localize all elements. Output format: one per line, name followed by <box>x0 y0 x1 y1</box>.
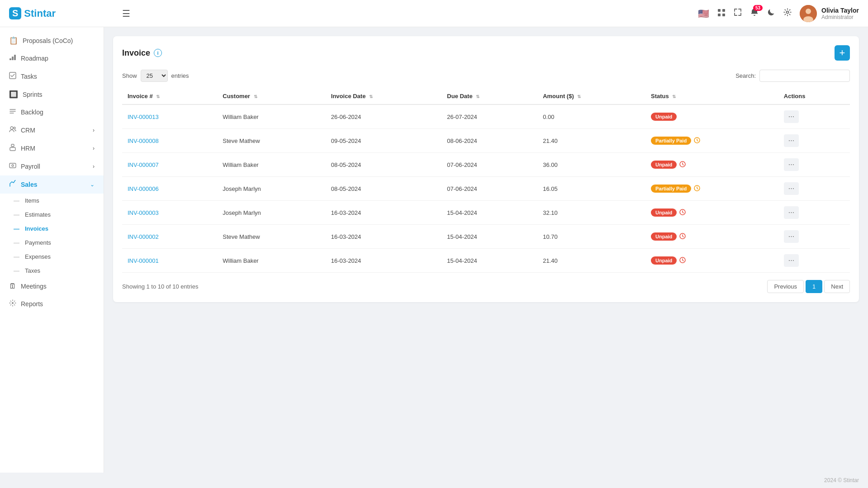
svg-point-12 <box>10 127 13 129</box>
expand-icon[interactable] <box>734 8 742 19</box>
dash: — <box>14 239 19 246</box>
invoice-link[interactable]: INV-000013 <box>128 114 159 120</box>
invoice-link[interactable]: INV-000002 <box>128 233 159 240</box>
bell-icon[interactable]: 53 <box>750 8 759 19</box>
sidebar-item-tasks[interactable]: Tasks <box>0 67 104 85</box>
actions-button[interactable]: ··· <box>784 158 799 171</box>
svg-rect-1 <box>722 9 725 12</box>
pagination-row: Showing 1 to 10 of 10 entries Previous 1… <box>122 280 850 293</box>
cell-due-date: 07-06-2024 <box>441 153 537 177</box>
info-icon[interactable]: i <box>154 49 162 57</box>
actions-button[interactable]: ··· <box>784 206 799 219</box>
grid-icon[interactable] <box>717 9 726 19</box>
invoice-link[interactable]: INV-000006 <box>128 185 159 192</box>
cell-invoice-num: INV-000007 <box>122 153 217 177</box>
footer: 2024 © Stintar <box>0 473 868 488</box>
previous-button[interactable]: Previous <box>767 280 804 293</box>
sub-label: Items <box>25 197 39 204</box>
tasks-icon <box>9 72 16 81</box>
sort-icon[interactable]: ⇅ <box>156 94 160 99</box>
sort-icon[interactable]: ⇅ <box>254 94 257 99</box>
actions-button[interactable]: ··· <box>784 182 799 195</box>
clock-icon <box>694 185 700 193</box>
user-role: Administrator <box>821 14 859 20</box>
cell-status: Partially Paid <box>645 129 778 153</box>
invoice-link[interactable]: INV-000003 <box>128 209 159 216</box>
sort-icon[interactable]: ⇅ <box>577 94 581 99</box>
invoice-link[interactable]: INV-000001 <box>128 257 159 264</box>
actions-button[interactable]: ··· <box>784 230 799 243</box>
search-label: Search: <box>735 72 756 79</box>
sales-submenu: — Items — Estimates — Invoices — Payment… <box>0 194 104 278</box>
user-avatar[interactable]: Olivia Taylor Administrator <box>800 5 859 22</box>
actions-button[interactable]: ··· <box>784 254 799 267</box>
flag-icon[interactable]: 🇺🇸 <box>698 8 709 19</box>
add-invoice-button[interactable]: + <box>835 45 850 61</box>
sidebar-sub-taxes[interactable]: — Taxes <box>14 264 104 278</box>
sidebar-item-crm[interactable]: CRM › <box>0 121 104 139</box>
sidebar-item-hrm[interactable]: HRM › <box>0 139 104 157</box>
hrm-chevron: › <box>93 145 95 152</box>
cell-due-date: 15-04-2024 <box>441 201 537 225</box>
sidebar-item-reports[interactable]: Reports <box>0 295 104 313</box>
sidebar-item-roadmap[interactable]: Roadmap <box>0 49 104 67</box>
page-1-button[interactable]: 1 <box>806 280 822 293</box>
cell-status: Unpaid <box>645 225 778 249</box>
svg-rect-16 <box>9 163 16 168</box>
sidebar-item-label: Meetings <box>21 283 47 290</box>
invoice-link[interactable]: INV-000008 <box>128 137 159 144</box>
moon-icon[interactable] <box>767 8 775 19</box>
search-input[interactable] <box>759 70 850 82</box>
sales-icon <box>9 180 16 189</box>
sidebar-sub-expenses[interactable]: — Expenses <box>14 250 104 264</box>
table-header: Invoice # ⇅ Customer ⇅ Invoice Date ⇅ <box>122 88 850 104</box>
sidebar-item-label: CRM <box>21 127 35 134</box>
invoice-link[interactable]: INV-000007 <box>128 161 159 168</box>
sort-icon[interactable]: ⇅ <box>672 94 676 99</box>
sidebar-item-sales[interactable]: Sales ⌄ <box>0 175 104 194</box>
sidebar-item-proposals[interactable]: 📋 Proposals (CoCo) <box>0 32 104 49</box>
sidebar-sub-estimates[interactable]: — Estimates <box>14 208 104 222</box>
cell-amount: 21.40 <box>537 129 645 153</box>
clock-icon <box>694 137 700 145</box>
sidebar-item-meetings[interactable]: 🗓 Meetings <box>0 278 104 295</box>
gear-icon[interactable] <box>783 8 792 19</box>
cell-invoice-date: 09-05-2024 <box>326 129 442 153</box>
pagination-buttons: Previous 1 Next <box>767 280 850 293</box>
status-badge: Unpaid <box>651 113 677 121</box>
entries-label: entries <box>171 72 189 79</box>
next-button[interactable]: Next <box>824 280 850 293</box>
sidebar-item-backlog[interactable]: Backlog <box>0 103 104 121</box>
cell-due-date: 26-07-2024 <box>441 104 537 129</box>
sidebar-item-label: Sprints <box>23 91 43 98</box>
sub-label: Estimates <box>25 211 51 218</box>
table-row: INV-000007William Baker08-05-202407-06-2… <box>122 153 850 177</box>
logo-s-letter: S <box>9 7 21 19</box>
user-name: Olivia Taylor <box>821 7 859 14</box>
sidebar-item-sprints[interactable]: 🔲 Sprints <box>0 85 104 103</box>
avatar <box>800 5 817 22</box>
card-title: Invoice i <box>122 48 162 58</box>
hrm-icon <box>9 144 16 153</box>
actions-button[interactable]: ··· <box>784 110 799 123</box>
sidebar-sub-invoices[interactable]: — Invoices <box>14 222 104 236</box>
sidebar-sub-payments[interactable]: — Payments <box>14 236 104 250</box>
sidebar-item-payroll[interactable]: Payroll › <box>0 157 104 175</box>
actions-button[interactable]: ··· <box>784 134 799 147</box>
clock-icon <box>679 161 686 169</box>
status-badge: Unpaid <box>651 208 677 217</box>
sort-icon[interactable]: ⇅ <box>369 94 373 99</box>
menu-toggle-icon[interactable]: ☰ <box>122 8 130 19</box>
sort-icon[interactable]: ⇅ <box>476 94 479 99</box>
col-actions: Actions <box>778 88 850 104</box>
sidebar-sub-items[interactable]: — Items <box>14 194 104 208</box>
cell-actions: ··· <box>778 153 850 177</box>
cell-invoice-date: 26-06-2024 <box>326 104 442 129</box>
entries-select[interactable]: 25 10 50 100 <box>141 70 168 82</box>
crm-icon <box>9 126 16 135</box>
cell-status: Unpaid <box>645 249 778 273</box>
svg-point-6 <box>806 9 811 14</box>
clock-icon <box>679 233 686 241</box>
status-badge: Partially Paid <box>651 185 691 193</box>
table-row: INV-000013William Baker26-06-202426-07-2… <box>122 104 850 129</box>
